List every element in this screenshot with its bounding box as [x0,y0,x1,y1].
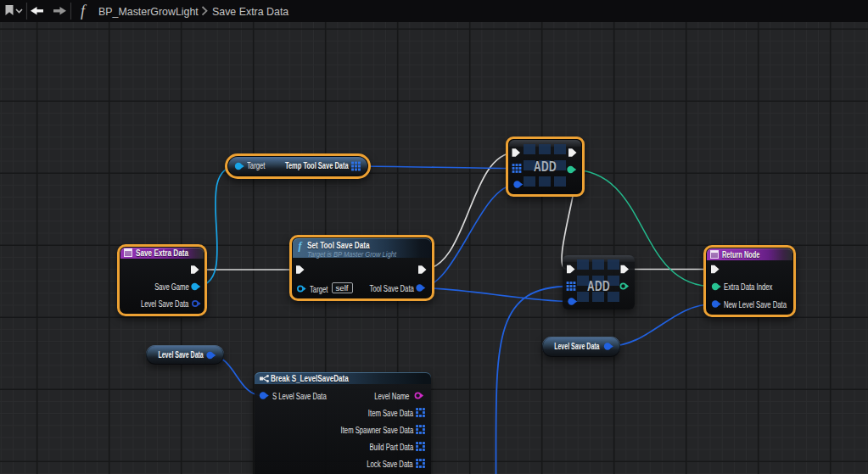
svg-text:BP_MasterGrowLight: BP_MasterGrowLight [98,6,199,18]
svg-text:Save Extra Data: Save Extra Data [212,6,288,18]
svg-text:f: f [81,3,87,20]
